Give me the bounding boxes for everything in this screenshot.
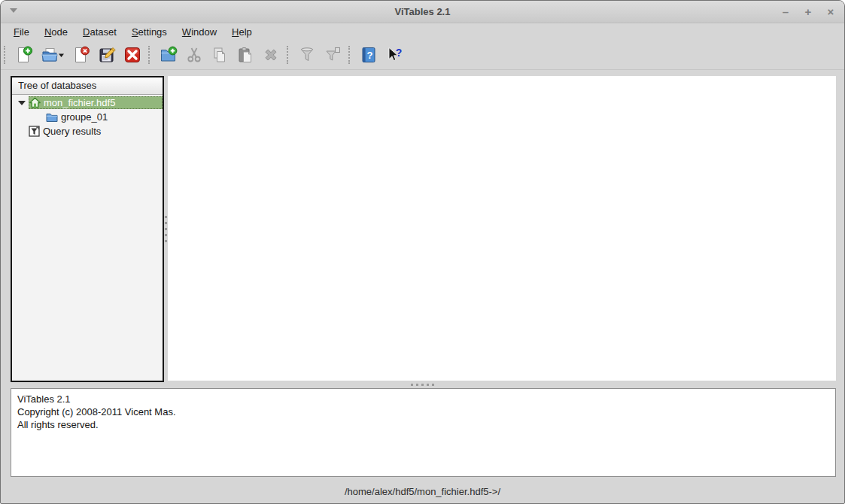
new-file-button[interactable] [13, 44, 35, 66]
paste-node-button[interactable] [234, 44, 257, 66]
log-console[interactable]: ViTables 2.1 Copyright (c) 2008-2011 Vic… [11, 388, 836, 477]
window-menu-triangle-icon[interactable] [10, 8, 17, 13]
new-group-icon [160, 46, 178, 64]
horizontal-splitter-handle[interactable] [1, 381, 844, 388]
save-file-as-button[interactable] [96, 44, 118, 66]
users-guide-button[interactable]: ? [357, 44, 380, 66]
window-controls: – + × [780, 1, 837, 23]
tree-item-label: groupe_01 [61, 111, 108, 123]
copy-node-button[interactable] [208, 44, 231, 66]
folder-icon [46, 112, 58, 123]
log-line: Copyright (c) 2008-2011 Vicent Mas. [17, 405, 829, 418]
save-file-as-icon [98, 46, 116, 64]
vitables-window: ViTables 2.1 – + × File Node Dataset Set… [0, 0, 845, 504]
status-path-text: /home/alex/hdf5/mon_fichier.hdf5->/ [345, 486, 500, 497]
svg-text:?: ? [396, 47, 403, 59]
menu-settings[interactable]: Settings [124, 25, 175, 39]
close-button[interactable]: × [825, 1, 837, 23]
exit-icon [123, 46, 141, 64]
maximize-button[interactable]: + [802, 1, 814, 23]
menu-dataset[interactable]: Dataset [75, 25, 124, 39]
toolbar-separator[interactable] [348, 46, 350, 64]
tree-item-query-results[interactable]: Query results [12, 125, 163, 138]
new-group-button[interactable] [157, 44, 180, 66]
delete-node-icon [262, 46, 280, 64]
toolbar: ? ? [1, 40, 844, 70]
minimize-button[interactable]: – [780, 1, 792, 23]
tree-panel-header: Tree of databases [12, 77, 163, 95]
query-delete-button[interactable] [321, 44, 344, 66]
users-guide-icon: ? [360, 46, 378, 64]
open-file-button[interactable] [38, 44, 67, 66]
toolbar-separator[interactable] [148, 46, 150, 64]
query-new-icon [298, 46, 316, 64]
query-delete-icon [324, 46, 342, 64]
cut-node-icon [185, 46, 203, 64]
menu-node[interactable]: Node [37, 25, 75, 39]
copy-node-icon [211, 46, 229, 64]
delete-node-button[interactable] [260, 44, 282, 66]
log-line: ViTables 2.1 [17, 393, 829, 405]
tree-of-databases-panel: Tree of databases mon_fichier.hdf5 [11, 76, 164, 382]
menu-window[interactable]: Window [175, 25, 224, 39]
status-bar: /home/alex/hdf5/mon_fichier.hdf5->/ [1, 483, 844, 503]
exit-button[interactable] [121, 44, 144, 66]
tree-item-label: Query results [43, 126, 101, 137]
new-file-icon [15, 46, 33, 64]
toolbar-grip[interactable] [4, 46, 5, 64]
svg-text:?: ? [367, 49, 373, 60]
tree-item-groupe-01[interactable]: groupe_01 [12, 111, 163, 123]
close-file-icon [72, 46, 90, 64]
workspace-area [168, 76, 836, 381]
toolbar-separator[interactable] [287, 46, 288, 64]
log-line: All rights reserved. [17, 418, 829, 431]
menu-file[interactable]: File [6, 25, 37, 39]
close-file-button[interactable] [70, 44, 93, 66]
title-bar: ViTables 2.1 – + × [1, 1, 844, 23]
expander-arrow-icon[interactable] [15, 101, 29, 105]
whats-this-button[interactable]: ? [383, 44, 406, 66]
menu-help[interactable]: Help [224, 25, 260, 39]
tree-item-selection: mon_fichier.hdf5 [29, 96, 163, 109]
open-file-icon [41, 46, 65, 64]
query-results-icon [29, 126, 40, 137]
paste-node-icon [236, 46, 254, 64]
cut-node-button[interactable] [183, 44, 205, 66]
query-new-button[interactable] [296, 44, 318, 66]
whats-this-icon: ? [385, 46, 403, 64]
menu-bar: File Node Dataset Settings Window Help [1, 24, 844, 40]
home-icon [29, 97, 41, 108]
tree-item-mon-fichier[interactable]: mon_fichier.hdf5 [12, 96, 163, 109]
window-title: ViTables 2.1 [1, 6, 844, 17]
tree-item-label: mon_fichier.hdf5 [44, 97, 115, 108]
